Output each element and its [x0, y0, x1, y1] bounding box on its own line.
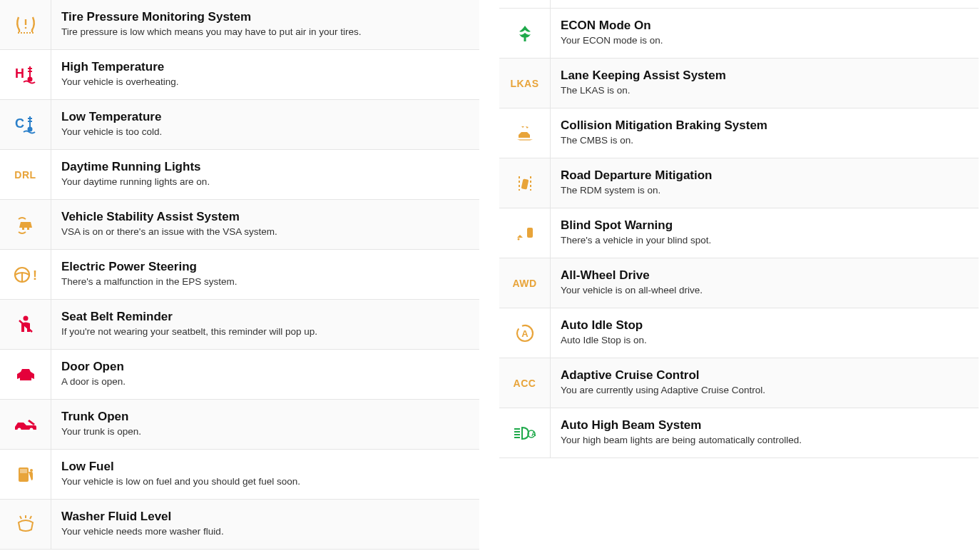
- tpms-title: Tire Pressure Monitoring System: [61, 10, 469, 24]
- low-fuel-title: Low Fuel: [61, 460, 469, 474]
- row-econ: ECON Mode On Your ECON mode is on.: [499, 9, 979, 59]
- svg-text:A: A: [521, 328, 529, 339]
- washer-fluid-title: Washer Fluid Level: [61, 510, 469, 524]
- high-temp-desc: Your vehicle is overheating.: [61, 76, 469, 89]
- auto-idle-title: Auto Idle Stop: [561, 318, 969, 333]
- svg-rect-25: [524, 36, 526, 41]
- lkas-icon: LKAS: [499, 59, 551, 108]
- lkas-title: Lane Keeping Assist System: [561, 69, 969, 83]
- drl-desc: Your daytime running lights are on.: [61, 176, 469, 188]
- seatbelt-title: Seat Belt Reminder: [61, 310, 469, 324]
- row-awd: AWD All-Wheel Drive Your vehicle is on a…: [499, 258, 979, 308]
- row-eps: ! Electric Power Steering There's a malf…: [0, 250, 479, 300]
- auto-high-beam-desc: Your high beam lights are being automati…: [561, 434, 969, 447]
- washer-fluid-desc: Your vehicle needs more washer fluid.: [61, 525, 469, 538]
- trunk-open-desc: Your trunk is open.: [61, 425, 469, 438]
- row-blind-spot: Blind Spot Warning There's a vehicle in …: [499, 208, 979, 258]
- door-open-desc: A door is open.: [61, 375, 469, 388]
- vsa-desc: VSA is on or there's an issue with the V…: [61, 226, 469, 238]
- eps-title: Electric Power Steering: [61, 260, 469, 274]
- row-rdm: Road Departure Mitigation The RDM system…: [499, 158, 979, 208]
- svg-point-18: [29, 428, 33, 431]
- auto-idle-desc: Auto Idle Stop is on.: [561, 334, 969, 347]
- drl-title: Daytime Running Lights: [61, 160, 469, 174]
- door-open-title: Door Open: [61, 360, 469, 374]
- eps-desc: There's a malfunction in the EPS system.: [61, 276, 469, 288]
- eps-icon: !: [0, 250, 51, 299]
- door-open-icon: [0, 350, 51, 399]
- row-lkas: LKAS Lane Keeping Assist System The LKAS…: [499, 59, 979, 108]
- trunk-open-title: Trunk Open: [61, 410, 469, 424]
- rdm-title: Road Departure Mitigation: [561, 168, 969, 183]
- rdm-icon: [499, 158, 551, 208]
- auto-idle-icon: A: [499, 308, 551, 358]
- row-seatbelt: Seat Belt Reminder If you're not wearing…: [0, 300, 479, 350]
- awd-title: All-Wheel Drive: [561, 268, 969, 283]
- svg-text:C: C: [15, 116, 24, 131]
- row-drl: DRL Daytime Running Lights Your daytime …: [0, 150, 479, 200]
- vsa-icon: [0, 200, 51, 249]
- cmbs-icon: [499, 108, 551, 158]
- low-temp-icon: C: [0, 100, 51, 149]
- washer-fluid-icon: [0, 500, 51, 549]
- acc-desc: You are currently using Adaptive Cruise …: [561, 384, 969, 397]
- row-acc: ACC Adaptive Cruise Control You are curr…: [499, 358, 979, 408]
- seatbelt-desc: If you're not wearing your seatbelt, thi…: [61, 325, 469, 338]
- rdm-desc: The RDM system is on.: [561, 184, 969, 197]
- econ-title: ECON Mode On: [561, 19, 969, 33]
- auto-high-beam-title: Auto High Beam System: [561, 418, 969, 433]
- tpms-icon: [0, 0, 51, 49]
- svg-text:!: !: [33, 268, 37, 283]
- low-fuel-desc: Your vehicle is low on fuel and you shou…: [61, 475, 469, 488]
- svg-line-22: [20, 516, 21, 519]
- low-temp-title: Low Temperature: [61, 110, 469, 124]
- svg-point-21: [30, 469, 33, 472]
- blind-spot-title: Blind Spot Warning: [561, 218, 969, 233]
- acc-title: Adaptive Cruise Control: [561, 368, 969, 383]
- row-partial-top: [499, 0, 979, 9]
- high-temp-title: High Temperature: [61, 60, 469, 74]
- right-column: ECON Mode On Your ECON mode is on. LKAS …: [499, 0, 979, 551]
- drl-icon: DRL: [0, 150, 51, 199]
- tpms-desc: Tire pressure is low which means you may…: [61, 26, 469, 39]
- row-door-open: Door Open A door is open.: [0, 350, 479, 400]
- blind-spot-icon: [499, 208, 551, 258]
- svg-point-6: [28, 77, 31, 81]
- svg-point-17: [17, 428, 21, 431]
- blind-spot-desc: There's a vehicle in your blind spot.: [561, 234, 969, 247]
- row-auto-idle: A Auto Idle Stop Auto Idle Stop is on.: [499, 308, 979, 358]
- row-low-temp: C Low Temperature Your vehicle is too co…: [0, 100, 479, 150]
- svg-line-16: [19, 320, 32, 332]
- low-temp-desc: Your vehicle is too cold.: [61, 126, 469, 138]
- econ-icon: [499, 9, 551, 58]
- vsa-title: Vehicle Stability Assist System: [61, 210, 469, 224]
- awd-desc: Your vehicle is on all-wheel drive.: [561, 284, 969, 297]
- lkas-desc: The LKAS is on.: [561, 84, 969, 97]
- high-temp-icon: H: [0, 50, 51, 99]
- svg-point-1: [24, 26, 26, 29]
- awd-icon: AWD: [499, 258, 551, 308]
- econ-desc: Your ECON mode is on.: [561, 34, 969, 47]
- low-fuel-icon: [0, 450, 51, 499]
- seatbelt-icon: [0, 300, 51, 349]
- row-low-fuel: Low Fuel Your vehicle is low on fuel and…: [0, 450, 479, 500]
- row-washer-fluid: Washer Fluid Level Your vehicle needs mo…: [0, 500, 479, 550]
- svg-rect-20: [20, 469, 27, 473]
- cmbs-desc: The CMBS is on.: [561, 134, 969, 147]
- trunk-open-icon: [0, 400, 51, 449]
- row-cmbs: Collision Mitigation Braking System The …: [499, 108, 979, 158]
- svg-point-30: [517, 238, 519, 240]
- row-auto-high-beam: A Auto High Beam System Your high beam l…: [499, 408, 979, 458]
- svg-line-24: [30, 516, 31, 519]
- row-tpms: Tire Pressure Monitoring System Tire pre…: [0, 0, 479, 50]
- left-column: Tire Pressure Monitoring System Tire pre…: [0, 0, 479, 551]
- svg-text:H: H: [15, 66, 24, 81]
- acc-icon: ACC: [499, 358, 551, 408]
- row-vsa: Vehicle Stability Assist System VSA is o…: [0, 200, 479, 250]
- svg-point-11: [28, 127, 31, 131]
- row-high-temp: H High Temperature Your vehicle is overh…: [0, 50, 479, 100]
- cmbs-title: Collision Mitigation Braking System: [561, 118, 969, 133]
- svg-rect-28: [521, 178, 529, 189]
- svg-point-15: [23, 315, 28, 320]
- auto-high-beam-icon: A: [499, 408, 551, 458]
